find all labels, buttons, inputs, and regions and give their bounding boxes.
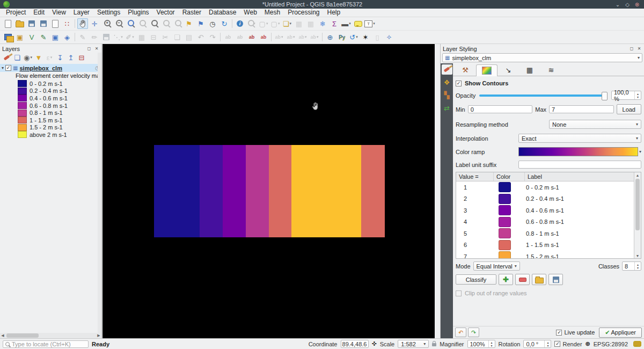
cell-label[interactable]: 0 - 0.2 m s-1 bbox=[525, 184, 634, 191]
load-classes-button[interactable] bbox=[532, 274, 546, 285]
menu-web[interactable]: Web bbox=[240, 9, 260, 17]
menu-layer[interactable]: Layer bbox=[70, 9, 93, 17]
table-row[interactable]: 50.8 - 1 m s-1 bbox=[456, 228, 634, 239]
select-by-expression[interactable]: ❏▾ bbox=[282, 18, 292, 29]
cell-color[interactable] bbox=[494, 228, 525, 238]
menu-mesh[interactable]: Mesh bbox=[261, 9, 284, 17]
scroll-down-icon[interactable]: ▼ bbox=[635, 253, 640, 258]
extents-toggle-icon[interactable]: ✜ bbox=[372, 340, 377, 347]
table-vscrollbar[interactable]: ▲ ▼ bbox=[634, 172, 641, 258]
map-canvas[interactable] bbox=[103, 44, 435, 338]
cell-label[interactable]: 0.8 - 1 m s-1 bbox=[525, 230, 634, 237]
layers-panel-vscrollbar[interactable] bbox=[98, 53, 101, 333]
color-swatch[interactable] bbox=[499, 194, 511, 204]
cell-color[interactable] bbox=[494, 182, 525, 192]
opacity-spinner[interactable]: 100,0 % ▴▾ bbox=[611, 91, 641, 100]
processing-toolbox[interactable]: ❄ bbox=[317, 18, 328, 29]
new-mesh-layer[interactable]: ◈ bbox=[62, 32, 72, 42]
messages-icon[interactable] bbox=[633, 341, 641, 347]
color-swatch[interactable] bbox=[499, 205, 511, 215]
tab-rendering[interactable]: ▦ bbox=[519, 64, 540, 76]
opacity-slider[interactable] bbox=[479, 94, 606, 97]
new-geopackage-layer[interactable]: ▣ bbox=[14, 32, 25, 42]
refresh-map[interactable]: ↻ bbox=[219, 18, 230, 29]
render-checkbox[interactable]: ✓ Render bbox=[554, 341, 582, 347]
lock-scale-icon[interactable] bbox=[432, 343, 436, 346]
legend-item[interactable]: 0.8 - 1 m s-1 bbox=[0, 109, 101, 117]
cell-value[interactable]: 7 bbox=[456, 253, 494, 258]
resampling-dropdown[interactable]: None ▾ bbox=[549, 120, 641, 129]
zoom-in[interactable]: + bbox=[101, 18, 112, 29]
scroll-right-icon[interactable]: ▶ bbox=[96, 333, 101, 338]
symbology-tab[interactable] bbox=[442, 64, 452, 75]
save-project[interactable] bbox=[26, 18, 37, 29]
table-row[interactable]: 61 - 1.5 m s-1 bbox=[456, 239, 634, 251]
menu-raster[interactable]: Raster bbox=[179, 9, 205, 17]
close-panel-icon[interactable]: ✕ bbox=[636, 46, 642, 52]
new-spatialite-layer[interactable]: ✎ bbox=[38, 32, 49, 42]
new-spatial-bookmark[interactable]: ⚑ bbox=[184, 18, 194, 29]
menu-help[interactable]: Help bbox=[324, 9, 345, 17]
zoom-full[interactable] bbox=[125, 18, 135, 29]
cell-value[interactable]: 4 bbox=[456, 219, 494, 225]
close-button[interactable]: ⊗ bbox=[633, 2, 641, 8]
cell-color[interactable] bbox=[494, 217, 525, 227]
zoom-out[interactable]: − bbox=[113, 18, 123, 29]
max-input[interactable]: 7 bbox=[549, 105, 614, 113]
style-manager[interactable]: ∷ bbox=[62, 18, 72, 29]
live-update-checkbox[interactable]: ✓ Live update bbox=[556, 329, 595, 336]
float-panel-icon[interactable]: ◻ bbox=[628, 46, 635, 52]
apply-button[interactable]: ✔ Appliquer bbox=[599, 328, 642, 338]
menu-settings[interactable]: Settings bbox=[93, 9, 124, 17]
table-row[interactable]: 30.4 - 0.6 m s-1 bbox=[456, 205, 634, 216]
open-layer-styling-panel[interactable] bbox=[2, 53, 11, 62]
layer-name[interactable]: simplebox_clm bbox=[19, 65, 62, 71]
legend-item[interactable]: above 2 m s-1 bbox=[0, 131, 101, 139]
add-group[interactable]: ❏ bbox=[12, 53, 22, 62]
temporal-controller[interactable]: ◷ bbox=[207, 18, 218, 29]
spinner-arrows-icon[interactable]: ▴▾ bbox=[634, 91, 641, 99]
show-spatial-bookmarks[interactable]: ⚑ bbox=[195, 18, 206, 29]
interpolation-dropdown[interactable]: Exact ▾ bbox=[518, 134, 641, 143]
manage-map-themes[interactable]: ◉▾ bbox=[23, 53, 33, 62]
add-class-button[interactable]: ✚ bbox=[499, 274, 513, 285]
layer-visibility-checkbox[interactable]: ✓ bbox=[5, 65, 11, 71]
cell-value[interactable]: 3 bbox=[456, 207, 494, 214]
debug-plugin[interactable]: ✶ bbox=[360, 32, 371, 42]
scrollbar-thumb[interactable] bbox=[635, 179, 640, 230]
pan-to-selection[interactable]: ✛ bbox=[89, 18, 100, 29]
color-swatch[interactable] bbox=[499, 182, 511, 192]
new-project[interactable] bbox=[3, 18, 13, 29]
slider-handle[interactable] bbox=[602, 92, 608, 100]
min-input[interactable]: 0 bbox=[468, 105, 533, 113]
cell-label[interactable]: 0.2 - 0.4 m s-1 bbox=[525, 195, 634, 202]
crs-status[interactable]: EPSG:28992 bbox=[594, 341, 628, 347]
label-unit-suffix-input[interactable] bbox=[518, 161, 641, 169]
open-project[interactable] bbox=[14, 18, 25, 29]
column-header-value[interactable]: Value = bbox=[456, 172, 494, 181]
undo-style-button[interactable]: ↶ bbox=[455, 328, 466, 337]
hide-labels[interactable]: ab bbox=[258, 32, 269, 42]
scale-dropdown[interactable]: 1:582 ▾ bbox=[398, 340, 429, 348]
locator-input[interactable]: Type to locate (Ctrl+K) bbox=[3, 340, 89, 348]
legend-item[interactable]: 1 - 1.5 m s-1 bbox=[0, 117, 101, 124]
close-panel-icon[interactable]: ✕ bbox=[93, 46, 100, 52]
statistics-panel[interactable]: Σ bbox=[329, 18, 340, 29]
menu-edit[interactable]: Edit bbox=[30, 9, 48, 17]
cell-label[interactable]: 1.5 - 2 m s-1 bbox=[525, 253, 634, 258]
color-swatch[interactable] bbox=[499, 240, 511, 250]
menu-project[interactable]: Project bbox=[2, 9, 30, 17]
column-header-color[interactable]: Color bbox=[494, 172, 525, 181]
scrollbar-thumb[interactable] bbox=[6, 333, 39, 338]
maximize-button[interactable]: ◇ bbox=[624, 2, 631, 8]
show-pinned-labels[interactable]: ab bbox=[246, 32, 257, 42]
new-print-layout[interactable] bbox=[50, 18, 61, 29]
cell-label[interactable]: 1 - 1.5 m s-1 bbox=[525, 242, 634, 248]
menu-plugins[interactable]: Plugins bbox=[124, 9, 152, 17]
filter-legend[interactable]: ▼ bbox=[34, 53, 43, 62]
collapse-all[interactable]: ↥ bbox=[66, 53, 76, 62]
remove-layer[interactable]: ⊟ bbox=[77, 53, 86, 62]
redo-style-button[interactable]: ↷ bbox=[468, 328, 479, 337]
metasearch[interactable]: ⊕ bbox=[325, 32, 335, 42]
coordinate-input[interactable]: 89.4,48.6 bbox=[341, 340, 369, 348]
